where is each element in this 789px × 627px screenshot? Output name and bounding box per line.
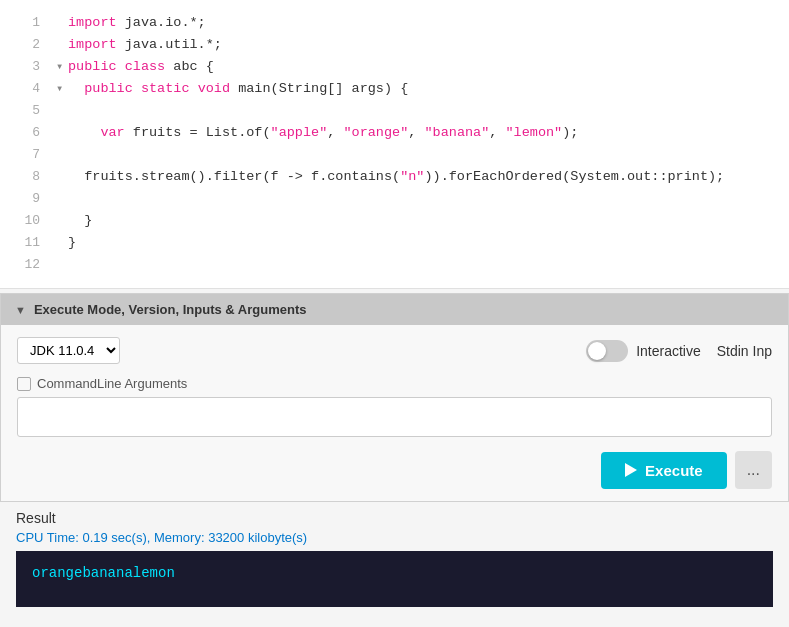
cmdargs-label-text: CommandLine Arguments <box>37 376 187 391</box>
code-content: var fruits = List.of("apple", "orange", … <box>68 122 578 144</box>
execute-panel: ▼ Execute Mode, Version, Inputs & Argume… <box>0 293 789 502</box>
line-number: 9 <box>8 188 40 210</box>
line-number: 3 <box>8 56 40 78</box>
line-number: 7 <box>8 144 40 166</box>
jdk-select-wrap: JDK 11.0.4 <box>17 337 120 364</box>
code-line: 1import java.io.*; <box>0 12 789 34</box>
cmdargs-section: CommandLine Arguments <box>17 376 772 437</box>
line-number: 11 <box>8 232 40 254</box>
code-content: import java.io.*; <box>68 12 206 34</box>
line-number: 2 <box>8 34 40 56</box>
code-line: 7 <box>0 144 789 166</box>
jdk-version-select[interactable]: JDK 11.0.4 <box>17 337 120 364</box>
cmdargs-input[interactable] <box>17 397 772 437</box>
interactive-wrap: Interactive <box>586 340 701 362</box>
execute-options-row: JDK 11.0.4 Interactive Stdin Inp <box>17 337 772 364</box>
execute-header-text: Execute Mode, Version, Inputs & Argument… <box>34 302 307 317</box>
code-content: } <box>68 232 76 254</box>
code-content: public static void main(String[] args) { <box>68 78 408 100</box>
code-editor: 1import java.io.*;2import java.util.*;3▾… <box>0 0 789 289</box>
code-line: 8 fruits.stream().filter(f -> f.contains… <box>0 166 789 188</box>
code-content: import java.util.*; <box>68 34 222 56</box>
code-line: 11} <box>0 232 789 254</box>
stdin-label: Stdin Inp <box>717 343 772 359</box>
result-label: Result <box>16 510 773 526</box>
code-line: 2import java.util.*; <box>0 34 789 56</box>
result-stats: CPU Time: 0.19 sec(s), Memory: 33200 kil… <box>16 530 773 545</box>
code-line: 12 <box>0 254 789 276</box>
line-number: 6 <box>8 122 40 144</box>
code-line: 10 } <box>0 210 789 232</box>
line-number: 8 <box>8 166 40 188</box>
execute-body: JDK 11.0.4 Interactive Stdin Inp Command… <box>1 325 788 501</box>
code-line: 3▾public class abc { <box>0 56 789 78</box>
execute-button[interactable]: Execute <box>601 452 727 489</box>
result-section: Result CPU Time: 0.19 sec(s), Memory: 33… <box>0 502 789 607</box>
code-line: 9 <box>0 188 789 210</box>
interactive-toggle[interactable] <box>586 340 628 362</box>
fold-indicator: ▾ <box>56 78 64 100</box>
line-number: 12 <box>8 254 40 276</box>
code-content: fruits.stream().filter(f -> f.contains("… <box>68 166 724 188</box>
interactive-label: Interactive <box>636 343 701 359</box>
line-number: 1 <box>8 12 40 34</box>
more-options-button[interactable]: ... <box>735 451 772 489</box>
cmdargs-label-row: CommandLine Arguments <box>17 376 772 391</box>
code-content: public class abc { <box>68 56 214 78</box>
toggle-knob <box>588 342 606 360</box>
chevron-icon: ▼ <box>15 304 26 316</box>
code-content: } <box>68 210 92 232</box>
line-number: 10 <box>8 210 40 232</box>
code-line: 5 <box>0 100 789 122</box>
line-number: 5 <box>8 100 40 122</box>
more-options-label: ... <box>747 461 760 478</box>
play-icon <box>625 463 637 477</box>
cmdargs-checkbox[interactable] <box>17 377 31 391</box>
execute-actions: Execute ... <box>17 447 772 489</box>
execute-button-label: Execute <box>645 462 703 479</box>
code-line: 4▾ public static void main(String[] args… <box>0 78 789 100</box>
execute-header[interactable]: ▼ Execute Mode, Version, Inputs & Argume… <box>1 294 788 325</box>
line-number: 4 <box>8 78 40 100</box>
fold-indicator: ▾ <box>56 56 64 78</box>
result-output: orangebananalemon <box>16 551 773 607</box>
code-line: 6 var fruits = List.of("apple", "orange"… <box>0 122 789 144</box>
